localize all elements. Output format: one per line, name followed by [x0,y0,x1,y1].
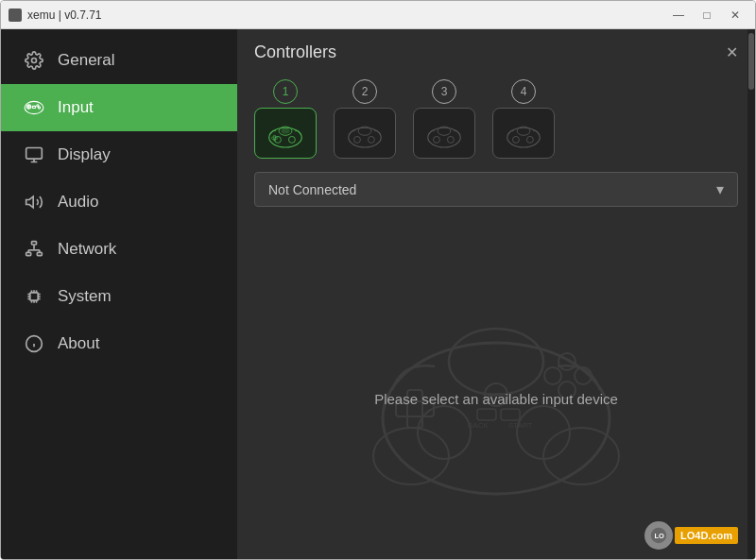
chip-icon [24,286,44,307]
sidebar-item-audio[interactable]: Audio [1,178,237,226]
sidebar-item-display[interactable]: Display [1,131,237,178]
panel-title: Controllers [254,42,336,62]
svg-point-57 [373,428,449,484]
panel-close-button[interactable]: ✕ [726,43,738,61]
sidebar-label-system: System [58,287,112,306]
dropdown-row: Not Connected ▾ [237,172,755,220]
sidebar-item-network[interactable]: Network [1,226,237,273]
titlebar: xemu | v0.7.71 — □ ✕ [1,1,755,29]
sidebar: General Input [1,29,237,559]
speaker-icon [24,192,44,212]
minimize-button[interactable]: — [666,7,691,24]
svg-rect-67 [477,409,496,420]
titlebar-left: xemu | v0.7.71 [9,8,102,22]
titlebar-controls: — □ ✕ [666,7,747,24]
input-device-dropdown[interactable]: Not Connected ▾ [254,172,738,207]
sidebar-label-network: Network [58,240,116,259]
slot-number-3: 3 [432,79,456,104]
scrollbar[interactable] [747,29,755,559]
svg-point-5 [37,105,39,107]
controller-selector: 1 [237,72,755,172]
svg-point-40 [288,136,295,143]
svg-rect-14 [37,252,42,255]
right-panel: Controllers ✕ 1 [237,29,755,559]
window-title: xemu | v0.7.71 [27,8,102,22]
svg-point-54 [526,136,533,143]
svg-rect-12 [32,242,37,245]
sidebar-label-display: Display [58,145,111,164]
sidebar-item-system[interactable]: System [1,273,237,320]
controller-slot-1[interactable]: 1 [254,79,317,159]
svg-rect-7 [32,106,35,108]
svg-text:LO: LO [654,532,664,540]
svg-rect-13 [26,252,31,255]
controller-icon-2 [334,108,396,159]
svg-rect-8 [26,148,43,160]
gamepad-icon [24,97,44,118]
svg-point-45 [354,136,361,143]
slot-number-2: 2 [352,79,377,104]
svg-point-6 [38,107,40,109]
lo4d-text: LO4D.com [675,527,738,544]
sidebar-label-audio: Audio [58,193,98,212]
app-icon [9,8,22,22]
monitor-icon [24,144,44,165]
window-close-button[interactable]: ✕ [723,7,747,24]
dropdown-value: Not Connected [268,182,356,197]
svg-point-0 [32,59,37,63]
svg-point-46 [368,136,374,143]
controller-icon-4 [492,108,555,159]
dropdown-arrow-icon: ▾ [716,180,724,198]
svg-point-50 [447,136,454,143]
lo4d-badge: LO LO4D.com [644,521,738,550]
controller-icon-1 [254,108,317,159]
sidebar-label-input: Input [58,98,94,117]
main-content: General Input [1,29,755,559]
slot-number-4: 4 [511,79,536,104]
sidebar-item-input[interactable]: Input [1,84,237,131]
svg-marker-11 [26,196,34,208]
scrollbar-thumb[interactable] [748,33,754,90]
sidebar-label-general: General [58,51,114,70]
svg-rect-20 [30,293,38,300]
svg-point-38 [281,128,289,134]
controller-bg-area: xemu BACK START Please select an availab… [237,220,755,559]
svg-point-65 [544,367,561,384]
sidebar-item-about[interactable]: About [1,320,237,367]
network-icon [24,239,44,260]
svg-text:BACK: BACK [468,421,489,430]
controller-watermark: xemu BACK START [354,267,638,513]
svg-rect-68 [501,409,520,420]
controller-slot-2[interactable]: 2 [334,79,396,159]
controller-icon-3 [413,108,475,159]
svg-point-56 [449,329,543,395]
slot-number-1: 1 [273,79,298,104]
lo4d-icon: LO [644,521,673,550]
svg-point-49 [434,136,440,143]
controller-slot-4[interactable]: 4 [492,79,555,159]
svg-point-59 [418,406,471,459]
panel-header: Controllers ✕ [237,29,755,72]
svg-text:START: START [508,421,533,430]
sidebar-label-about: About [58,334,99,353]
info-icon [24,333,44,354]
gear-icon [24,50,44,71]
svg-point-53 [513,136,520,143]
select-device-text: Please select an available input device [374,391,618,407]
controller-slot-3[interactable]: 3 [413,79,475,159]
maximize-button[interactable]: □ [695,7,719,24]
app-window: xemu | v0.7.71 — □ ✕ General [0,0,756,560]
sidebar-item-general[interactable]: General [1,37,237,84]
